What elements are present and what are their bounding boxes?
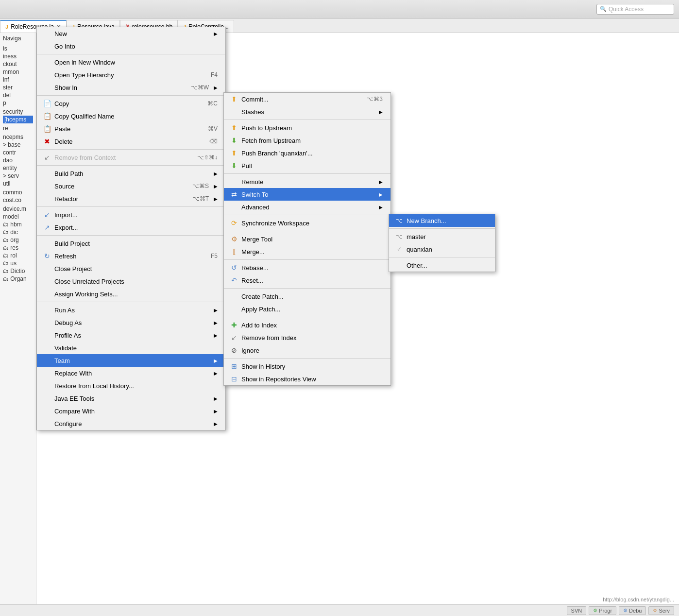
menu-item-copy-qualified[interactable]: 📋 Copy Qualified Name — [37, 110, 225, 122]
nav-item-entity[interactable]: entity — [3, 164, 33, 172]
menu-item-java-ee-tools[interactable]: Java EE Tools ▶ — [37, 392, 225, 405]
menu-item-reset[interactable]: ↶ Reset... — [224, 274, 390, 287]
menu-item-show-history[interactable]: ⊞ Show in History — [224, 360, 390, 373]
menu-item-show-repo[interactable]: ⊟ Show in Repositories View — [224, 373, 390, 385]
debu-button[interactable]: ⚙ Debu — [619, 606, 646, 615]
menu-item-new-branch[interactable]: ⌥ New Branch... — [389, 214, 495, 227]
menu-item-debug-as[interactable]: Debug As ▶ — [37, 316, 225, 329]
nav-item-ncepms[interactable]: ncepms — [3, 133, 33, 141]
menu-item-profile-as[interactable]: Profile As ▶ — [37, 329, 225, 342]
menu-item-create-patch[interactable]: Create Patch... — [224, 290, 390, 303]
menu-item-open-new-window[interactable]: Open in New Window — [37, 56, 225, 68]
nav-item-us[interactable]: 🗂 us — [3, 259, 33, 267]
menu-item-compare-with[interactable]: Compare With ▶ — [37, 405, 225, 417]
nav-item-device[interactable]: device.m — [3, 205, 33, 213]
menu-item-validate[interactable]: Validate — [37, 342, 225, 354]
menu-item-configure[interactable]: Configure ▶ — [37, 417, 225, 430]
nav-item-dao[interactable]: dao — [3, 156, 33, 164]
nav-item-contr[interactable]: contr — [3, 149, 33, 156]
nav-item-security[interactable]: security — [3, 108, 33, 116]
nav-item-inf[interactable]: inf — [3, 76, 33, 84]
navigator-panel: Naviga is iness ckout mmon inf ster del … — [0, 33, 36, 616]
nav-item-hbm[interactable]: 🗂 hbm — [3, 221, 33, 228]
menu-item-refresh[interactable]: ↻ Refresh F5 — [37, 250, 225, 262]
menu-item-build-path[interactable]: Build Path ▶ — [37, 167, 225, 180]
nav-item-p[interactable]: p — [3, 99, 33, 107]
menu-item-export[interactable]: ↗ Export... — [37, 221, 225, 234]
menu-item-go-into[interactable]: Go Into — [37, 40, 225, 52]
shortcut-refactor: ⌥⌘T — [193, 195, 209, 202]
menu-item-remove-from-index[interactable]: ↙ Remove from Index — [224, 331, 390, 344]
menu-item-quanxian[interactable]: ✓ quanxian — [389, 243, 495, 256]
menu-item-run-as[interactable]: Run As ▶ — [37, 304, 225, 316]
menu-item-add-to-index[interactable]: ✚ Add to Index — [224, 319, 390, 331]
nav-item-rol[interactable]: 🗂 rol — [3, 252, 33, 259]
menu-item-assign-working-sets[interactable]: Assign Working Sets... — [37, 288, 225, 300]
menu-item-push-upstream[interactable]: ⬆ Push to Upstream — [224, 121, 390, 134]
nav-item-dictio[interactable]: 🗂 Dictio — [3, 267, 33, 275]
show-repo-icon: ⊟ — [230, 375, 238, 383]
menu-item-merge[interactable]: ⟦ Merge... — [224, 245, 390, 258]
menu-item-ignore[interactable]: ⊘ Ignore — [224, 344, 390, 357]
menu-item-merge-tool[interactable]: ⚙ Merge Tool — [224, 233, 390, 245]
nav-item-serv[interactable]: > serv — [3, 172, 33, 180]
advanced-icon — [230, 203, 238, 211]
separator-team-7 — [224, 317, 390, 317]
nav-item-hcepms[interactable]: [hcepms — [3, 116, 33, 123]
nav-item-ster[interactable]: ster — [3, 84, 33, 91]
svn-button[interactable]: SVN — [567, 606, 587, 615]
menu-item-show-in[interactable]: Show In ⌥⌘W ▶ — [37, 81, 225, 94]
nav-item-re[interactable]: re — [3, 124, 33, 132]
menu-item-remote[interactable]: Remote ▶ — [224, 175, 390, 188]
nav-item-cost[interactable]: cost.co — [3, 196, 33, 204]
menu-item-copy[interactable]: 📄 Copy ⌘C — [37, 97, 225, 110]
nav-item-mmon[interactable]: mmon — [3, 68, 33, 76]
menu-item-import[interactable]: ↙ Import... — [37, 208, 225, 221]
menu-item-replace-with[interactable]: Replace With ▶ — [37, 367, 225, 379]
nav-item-ckout[interactable]: ckout — [3, 60, 33, 68]
menu-label-profile-as: Profile As — [54, 332, 209, 339]
nav-item-res[interactable]: 🗂 res — [3, 244, 33, 252]
serv-button[interactable]: ⚙ Serv — [648, 606, 674, 615]
menu-item-rebase[interactable]: ↺ Rebase... — [224, 261, 390, 274]
menu-label-fetch-upstream: Fetch from Upstream — [241, 137, 383, 144]
menu-item-build-project[interactable]: Build Project — [37, 237, 225, 250]
menu-item-advanced[interactable]: Advanced ▶ — [224, 201, 390, 213]
menu-item-stashes[interactable]: Stashes ▶ — [224, 105, 390, 118]
nav-item-util[interactable]: util — [3, 180, 33, 188]
menu-item-new[interactable]: New ▶ — [37, 27, 225, 40]
menu-item-delete[interactable]: ✖ Delete ⌫ — [37, 135, 225, 148]
menu-item-refactor[interactable]: Refactor ⌥⌘T ▶ — [37, 192, 225, 205]
menu-item-other[interactable]: Other... — [389, 259, 495, 272]
submenu-arrow-build-path: ▶ — [214, 171, 218, 176]
menu-item-push-branch[interactable]: ⬆ Push Branch 'quanxian'... — [224, 147, 390, 159]
nav-item-base[interactable]: > base — [3, 141, 33, 149]
menu-item-fetch-upstream[interactable]: ⬇ Fetch from Upstream — [224, 134, 390, 147]
menu-item-commit[interactable]: ⬆ Commit... ⌥⌘3 — [224, 93, 390, 105]
nav-item-del[interactable]: del — [3, 91, 33, 99]
nav-item-org[interactable]: 🗂 org — [3, 236, 33, 244]
menu-item-close-project[interactable]: Close Project — [37, 262, 225, 275]
progr-button[interactable]: ⚙ Progr — [589, 606, 616, 615]
menu-item-switch-to[interactable]: ⇄ Switch To ▶ — [224, 188, 390, 201]
menu-item-source[interactable]: Source ⌥⌘S ▶ — [37, 180, 225, 192]
serv-icon: ⚙ — [653, 608, 657, 613]
quick-access-input[interactable]: 🔍 Quick Access — [596, 4, 674, 15]
submenu-arrow-run-as: ▶ — [214, 308, 218, 313]
nav-item-iness[interactable]: iness — [3, 52, 33, 60]
nav-item-model[interactable]: model — [3, 213, 33, 221]
menu-label-master: master — [407, 233, 487, 240]
menu-item-team[interactable]: Team ▶ — [37, 354, 225, 367]
menu-item-apply-patch[interactable]: Apply Patch... — [224, 303, 390, 315]
menu-item-master[interactable]: ⌥ master — [389, 230, 495, 243]
menu-item-paste[interactable]: 📋 Paste ⌘V — [37, 122, 225, 135]
menu-item-sync-workspace[interactable]: ⟳ Synchronize Workspace — [224, 217, 390, 229]
nav-item-is[interactable]: is — [3, 45, 33, 52]
nav-item-organ[interactable]: 🗂 Organ — [3, 275, 33, 283]
menu-item-restore-local[interactable]: Restore from Local History... — [37, 379, 225, 392]
menu-item-pull[interactable]: ⬇ Pull — [224, 159, 390, 172]
nav-item-dic[interactable]: 🗂 dic — [3, 228, 33, 236]
menu-item-open-type-hierarchy[interactable]: Open Type Hierarchy F4 — [37, 68, 225, 81]
menu-item-close-unrelated[interactable]: Close Unrelated Projects — [37, 275, 225, 288]
nav-item-commo[interactable]: commo — [3, 188, 33, 196]
